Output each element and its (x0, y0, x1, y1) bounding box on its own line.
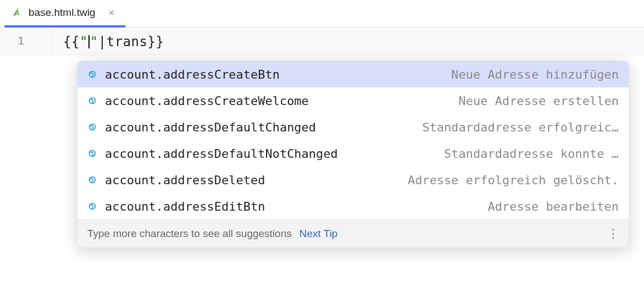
string-close-quote: " (90, 34, 98, 50)
suggestion-key: account.addressDefaultNotChanged (105, 147, 338, 161)
translation-key-icon (87, 175, 97, 185)
text-cursor (88, 35, 90, 48)
line-number: 1 (18, 34, 24, 47)
suggestion-description: Standardadresse erfolgreic… (422, 120, 619, 134)
translation-key-icon (87, 96, 97, 106)
suggestion-description: Standardadresse konnte … (444, 147, 619, 161)
suggestion-key: account.addressDeleted (105, 173, 265, 187)
suggestion-key: account.addressCreateBtn (105, 68, 280, 81)
suggestion-key: account.addressEditBtn (105, 200, 265, 213)
suggestion-key: account.addressCreateWelcome (105, 94, 309, 108)
twig-open: {{ (63, 34, 80, 50)
line-gutter: 1 (0, 28, 52, 56)
editor-tab-bar: base.html.twig × (0, 0, 644, 28)
next-tip-link[interactable]: Next Tip (299, 228, 338, 240)
suggestion-description: Neue Adresse hinzufügen (451, 68, 619, 81)
string-open-quote: " (80, 34, 88, 50)
twig-pipe: | (98, 34, 107, 50)
suggestion-description: Neue Adresse erstellen (459, 94, 619, 108)
suggestion-description: Adresse bearbeiten (488, 200, 619, 213)
suggestion-item[interactable]: account.addressCreateWelcomeNeue Adresse… (77, 87, 629, 114)
suggestion-item[interactable]: account.addressDeletedAdresse erfolgreic… (77, 167, 629, 193)
suggestion-description: Adresse erfolgreich gelöscht. (408, 173, 619, 187)
more-options-icon[interactable]: ⋮ (607, 227, 619, 241)
popup-footer: Type more characters to see all suggesti… (77, 219, 629, 248)
editor-area: 1 {{ " " | trans }} account.addressCreat… (0, 28, 644, 56)
suggestion-item[interactable]: account.addressDefaultChangedStandardadr… (77, 114, 629, 140)
code-line[interactable]: {{ " " | trans }} (52, 28, 164, 56)
suggestion-list: account.addressCreateBtnNeue Adresse hin… (77, 61, 629, 219)
suggestion-item[interactable]: account.addressCreateBtnNeue Adresse hin… (77, 61, 629, 87)
footer-hint: Type more characters to see all suggesti… (87, 228, 292, 240)
translation-key-icon (87, 122, 97, 132)
tab-filename: base.html.twig (29, 7, 95, 19)
editor-tab[interactable]: base.html.twig × (4, 1, 125, 28)
translation-key-icon (87, 201, 97, 211)
suggestion-item[interactable]: account.addressDefaultNotChangedStandard… (77, 140, 629, 167)
twig-file-icon (12, 7, 23, 18)
translation-key-icon (87, 69, 97, 79)
translation-key-icon (87, 148, 97, 158)
autocomplete-popup: account.addressCreateBtnNeue Adresse hin… (77, 61, 629, 248)
suggestion-key: account.addressDefaultChanged (105, 120, 316, 134)
close-tab-icon[interactable]: × (105, 7, 118, 19)
twig-close: }} (148, 34, 164, 50)
suggestion-item[interactable]: account.addressEditBtnAdresse bearbeiten (77, 193, 629, 219)
twig-filter: trans (107, 34, 148, 50)
